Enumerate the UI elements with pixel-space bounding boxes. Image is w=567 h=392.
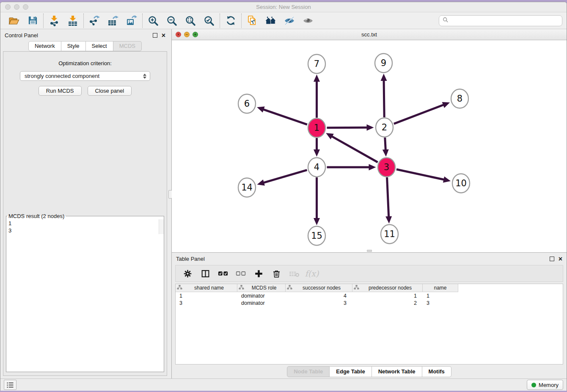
tab-network[interactable]: Network — [28, 41, 61, 51]
column-header-label: MCDS role — [244, 285, 284, 291]
edge-4-14[interactable] — [263, 170, 307, 183]
edge-1-6[interactable] — [263, 109, 307, 124]
column-layout-icon[interactable] — [198, 267, 212, 280]
tab-node-table[interactable]: Node Table — [287, 366, 330, 377]
table-panel-header: Table Panel × — [172, 253, 567, 265]
cell-MCDS-role[interactable]: dominator — [237, 293, 286, 299]
home-icon[interactable] — [261, 14, 280, 28]
edge-arrow-1-4 — [314, 149, 320, 157]
control-panel-tabs: NetworkStyleSelectMCDS — [0, 41, 170, 51]
cell-shared-name[interactable]: 3 — [176, 300, 237, 306]
network-graph[interactable]: 7968124314101511 — [172, 40, 567, 252]
memory-label: Memory — [539, 382, 559, 388]
save-icon[interactable] — [23, 14, 42, 28]
network-window-titlebar: × − + scc.txt — [172, 29, 567, 40]
search-icon — [443, 17, 449, 24]
toolbar-separator — [142, 14, 143, 28]
export-network-icon[interactable] — [85, 14, 104, 28]
cell-MCDS-role[interactable]: dominator — [237, 300, 286, 306]
status-bar: Memory — [0, 378, 567, 391]
edge-3-1[interactable] — [331, 136, 377, 163]
cell-name[interactable]: 3 — [423, 300, 458, 306]
cell-predecessor-nodes[interactable]: 1 — [352, 293, 423, 299]
column-header-shared-name[interactable]: shared name — [176, 284, 237, 292]
result-scrollbar[interactable] — [159, 219, 164, 234]
toolbar-separator — [241, 14, 242, 28]
column-header-name[interactable]: name — [423, 284, 458, 292]
toolbar-separator — [220, 14, 220, 28]
function-builder-icon: f(x) — [305, 267, 319, 280]
run-mcds-button[interactable]: Run MCDS — [39, 86, 82, 96]
column-tree-icon — [177, 285, 182, 291]
column-header-predecessor-nodes[interactable]: predecessor nodes — [352, 284, 423, 292]
column-header-MCDS-role[interactable]: MCDS role — [237, 284, 286, 292]
graph-node-label-10: 10 — [455, 178, 467, 188]
delete-column-icon[interactable] — [270, 267, 283, 280]
tab-network-table[interactable]: Network Table — [372, 366, 422, 377]
add-column-icon[interactable] — [252, 267, 265, 280]
search-box[interactable] — [439, 15, 562, 26]
zoom-in-icon[interactable] — [144, 14, 162, 28]
optimization-criterion-label: Optimization criterion: — [58, 60, 112, 66]
memory-button[interactable]: Memory — [527, 380, 563, 390]
memory-status-icon — [531, 383, 536, 387]
refresh-icon[interactable] — [221, 14, 240, 28]
task-history-button[interactable] — [4, 380, 17, 390]
optimization-criterion-dropdown[interactable]: strongly connected component — [20, 71, 150, 81]
import-network-icon[interactable] — [45, 14, 63, 28]
zoom-fit-icon[interactable] — [181, 14, 200, 28]
select-all-columns-icon[interactable] — [216, 267, 230, 280]
cell-successor-nodes[interactable]: 3 — [286, 300, 352, 306]
edge-3-10[interactable] — [396, 169, 444, 179]
tab-edge-table[interactable]: Edge Table — [330, 366, 372, 377]
canvas-resize-grip[interactable] — [367, 250, 372, 252]
hide-selected-icon[interactable] — [280, 14, 299, 28]
close-table-panel-icon[interactable]: × — [559, 257, 562, 261]
export-image-icon[interactable] — [122, 14, 141, 28]
mcds-result-list: 1 3 — [6, 219, 164, 234]
tab-mcds[interactable]: MCDS — [113, 41, 142, 51]
network-close-icon[interactable]: × — [176, 32, 181, 37]
edge-arrow-4-15 — [314, 218, 320, 225]
graph-node-label-9: 9 — [381, 58, 386, 68]
zoom-out-icon[interactable] — [162, 14, 181, 28]
open-icon[interactable] — [5, 14, 23, 28]
network-maximize-icon[interactable]: + — [193, 32, 198, 37]
edge-3-11[interactable] — [387, 177, 389, 217]
table-row[interactable]: 1dominator411 — [176, 293, 563, 299]
network-canvas[interactable]: 7968124314101511 — [172, 40, 567, 252]
column-header-successor-nodes[interactable]: successor nodes — [286, 284, 352, 292]
edge-2-3[interactable] — [385, 138, 386, 150]
show-all-icon[interactable] — [299, 14, 317, 28]
edge-2-8[interactable] — [394, 105, 444, 124]
control-panel: Control Panel × NetworkStyleSelectMCDS O… — [0, 29, 170, 378]
edge-arrow-4-14 — [257, 179, 265, 185]
edge-arrow-2-9 — [381, 74, 387, 81]
network-minimize-icon[interactable]: − — [184, 32, 190, 37]
tab-motifs[interactable]: Motifs — [422, 366, 451, 377]
close-panel-button[interactable]: Close panel — [88, 86, 132, 96]
edge-2-9[interactable] — [384, 80, 384, 117]
tab-style[interactable]: Style — [61, 41, 86, 51]
export-table-icon[interactable] — [104, 14, 122, 28]
cell-name[interactable]: 1 — [423, 293, 458, 299]
zoom-selected-icon[interactable] — [200, 14, 218, 28]
cell-predecessor-nodes[interactable]: 2 — [352, 300, 423, 306]
table-row[interactable]: 3dominator323 — [176, 300, 563, 306]
cell-shared-name[interactable]: 1 — [176, 293, 237, 299]
import-table-icon[interactable] — [63, 14, 82, 28]
float-table-panel-icon[interactable] — [550, 257, 554, 261]
search-input[interactable] — [451, 17, 559, 24]
graph-node-label-1: 1 — [314, 123, 319, 133]
edge-1-2[interactable] — [327, 127, 367, 128]
graph-node-label-11: 11 — [384, 229, 395, 239]
edge-arrow-1-2 — [366, 124, 374, 131]
table-settings-icon[interactable] — [181, 267, 194, 280]
cell-successor-nodes[interactable]: 4 — [286, 293, 352, 299]
copy-network-icon[interactable] — [243, 14, 261, 28]
node-table: shared nameMCDS rolesuccessor nodesprede… — [175, 284, 563, 364]
float-panel-icon[interactable] — [153, 33, 157, 38]
deselect-all-columns-icon[interactable] — [234, 267, 248, 280]
tab-select[interactable]: Select — [86, 41, 113, 51]
close-panel-icon[interactable]: × — [162, 33, 165, 38]
